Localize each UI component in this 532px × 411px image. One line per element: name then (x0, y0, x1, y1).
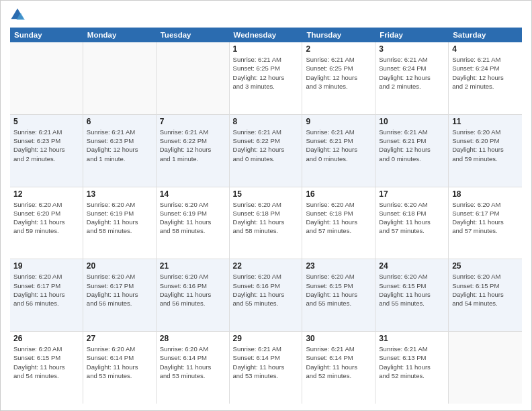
calendar-cell: 27Sunrise: 6:20 AM Sunset: 6:14 PM Dayli… (83, 332, 157, 404)
calendar-cell: 15Sunrise: 6:20 AM Sunset: 6:18 PM Dayli… (230, 187, 303, 259)
header (10, 7, 522, 22)
calendar-body: 1Sunrise: 6:21 AM Sunset: 6:25 PM Daylig… (10, 42, 522, 404)
day-number: 3 (379, 44, 445, 54)
weekday-header: Monday (83, 28, 157, 42)
calendar-cell: 31Sunrise: 6:21 AM Sunset: 6:13 PM Dayli… (375, 332, 449, 404)
calendar-page: SundayMondayTuesdayWednesdayThursdayFrid… (0, 0, 532, 411)
calendar-cell: 5Sunrise: 6:21 AM Sunset: 6:23 PM Daylig… (10, 115, 83, 187)
day-info: Sunrise: 6:21 AM Sunset: 6:21 PM Dayligh… (379, 128, 445, 163)
day-number: 26 (13, 334, 79, 343)
logo-icon (10, 7, 25, 22)
day-number: 20 (87, 261, 152, 271)
calendar-cell: 19Sunrise: 6:20 AM Sunset: 6:17 PM Dayli… (10, 259, 83, 331)
day-number: 29 (233, 334, 299, 343)
day-number: 30 (306, 334, 371, 343)
calendar-cell: 28Sunrise: 6:20 AM Sunset: 6:14 PM Dayli… (157, 332, 230, 404)
day-info: Sunrise: 6:20 AM Sunset: 6:18 PM Dayligh… (306, 200, 371, 236)
calendar-cell: 16Sunrise: 6:20 AM Sunset: 6:18 PM Dayli… (302, 187, 375, 259)
calendar-cell: 9Sunrise: 6:21 AM Sunset: 6:21 PM Daylig… (302, 115, 375, 187)
calendar-cell: 1Sunrise: 6:21 AM Sunset: 6:25 PM Daylig… (230, 42, 303, 114)
day-number: 12 (13, 189, 79, 199)
day-number: 27 (87, 334, 152, 343)
day-info: Sunrise: 6:21 AM Sunset: 6:22 PM Dayligh… (233, 128, 299, 163)
day-info: Sunrise: 6:20 AM Sunset: 6:16 PM Dayligh… (160, 272, 226, 308)
day-number: 1 (233, 44, 299, 54)
day-info: Sunrise: 6:20 AM Sunset: 6:19 PM Dayligh… (87, 200, 152, 236)
calendar-row: 1Sunrise: 6:21 AM Sunset: 6:25 PM Daylig… (10, 42, 522, 115)
day-info: Sunrise: 6:21 AM Sunset: 6:24 PM Dayligh… (452, 55, 519, 91)
weekday-header: Friday (375, 28, 449, 42)
calendar-cell: 4Sunrise: 6:21 AM Sunset: 6:24 PM Daylig… (449, 42, 522, 114)
day-info: Sunrise: 6:20 AM Sunset: 6:14 PM Dayligh… (87, 345, 152, 380)
calendar-cell: 23Sunrise: 6:20 AM Sunset: 6:15 PM Dayli… (302, 259, 375, 331)
calendar-cell: 25Sunrise: 6:20 AM Sunset: 6:15 PM Dayli… (449, 259, 522, 331)
day-info: Sunrise: 6:20 AM Sunset: 6:20 PM Dayligh… (452, 128, 519, 163)
calendar-cell: 18Sunrise: 6:20 AM Sunset: 6:17 PM Dayli… (449, 187, 522, 259)
day-info: Sunrise: 6:20 AM Sunset: 6:15 PM Dayligh… (13, 345, 79, 380)
day-number: 11 (452, 117, 519, 126)
day-info: Sunrise: 6:21 AM Sunset: 6:25 PM Dayligh… (233, 55, 299, 91)
day-number: 17 (379, 189, 445, 199)
day-number: 7 (160, 117, 226, 126)
calendar-cell: 11Sunrise: 6:20 AM Sunset: 6:20 PM Dayli… (449, 115, 522, 187)
day-number: 31 (379, 334, 445, 343)
calendar-cell: 7Sunrise: 6:21 AM Sunset: 6:22 PM Daylig… (157, 115, 230, 187)
day-info: Sunrise: 6:20 AM Sunset: 6:16 PM Dayligh… (233, 272, 299, 308)
day-info: Sunrise: 6:21 AM Sunset: 6:25 PM Dayligh… (306, 55, 371, 91)
calendar-cell: 30Sunrise: 6:21 AM Sunset: 6:14 PM Dayli… (302, 332, 375, 404)
weekday-header: Saturday (449, 28, 522, 42)
day-number: 8 (233, 117, 299, 126)
day-info: Sunrise: 6:21 AM Sunset: 6:14 PM Dayligh… (233, 345, 299, 380)
calendar-cell: 2Sunrise: 6:21 AM Sunset: 6:25 PM Daylig… (302, 42, 375, 114)
day-info: Sunrise: 6:20 AM Sunset: 6:17 PM Dayligh… (87, 272, 152, 308)
day-number: 18 (452, 189, 519, 199)
day-number: 28 (160, 334, 226, 343)
calendar-cell: 21Sunrise: 6:20 AM Sunset: 6:16 PM Dayli… (157, 259, 230, 331)
calendar-row: 5Sunrise: 6:21 AM Sunset: 6:23 PM Daylig… (10, 115, 522, 187)
day-info: Sunrise: 6:21 AM Sunset: 6:21 PM Dayligh… (306, 128, 371, 163)
calendar-row: 26Sunrise: 6:20 AM Sunset: 6:15 PM Dayli… (10, 332, 522, 404)
calendar-cell (83, 42, 157, 114)
day-number: 25 (452, 261, 519, 271)
day-number: 10 (379, 117, 445, 126)
day-info: Sunrise: 6:21 AM Sunset: 6:22 PM Dayligh… (160, 128, 226, 163)
day-number: 16 (306, 189, 371, 199)
calendar-cell: 3Sunrise: 6:21 AM Sunset: 6:24 PM Daylig… (375, 42, 449, 114)
weekday-header: Tuesday (157, 28, 230, 42)
day-number: 13 (87, 189, 152, 199)
logo (10, 7, 28, 22)
day-number: 21 (160, 261, 226, 271)
day-number: 9 (306, 117, 371, 126)
day-number: 2 (306, 44, 371, 54)
calendar-cell: 26Sunrise: 6:20 AM Sunset: 6:15 PM Dayli… (10, 332, 83, 404)
calendar-row: 12Sunrise: 6:20 AM Sunset: 6:20 PM Dayli… (10, 187, 522, 260)
calendar-cell (157, 42, 230, 114)
calendar-cell: 29Sunrise: 6:21 AM Sunset: 6:14 PM Dayli… (230, 332, 303, 404)
day-info: Sunrise: 6:21 AM Sunset: 6:14 PM Dayligh… (306, 345, 371, 380)
calendar-header: SundayMondayTuesdayWednesdayThursdayFrid… (10, 28, 522, 42)
day-info: Sunrise: 6:21 AM Sunset: 6:23 PM Dayligh… (87, 128, 152, 163)
day-number: 5 (13, 117, 79, 126)
calendar-cell (10, 42, 83, 114)
calendar: SundayMondayTuesdayWednesdayThursdayFrid… (10, 28, 522, 404)
day-number: 22 (233, 261, 299, 271)
day-number: 23 (306, 261, 371, 271)
calendar-cell: 24Sunrise: 6:20 AM Sunset: 6:15 PM Dayli… (375, 259, 449, 331)
calendar-cell: 20Sunrise: 6:20 AM Sunset: 6:17 PM Dayli… (83, 259, 157, 331)
day-info: Sunrise: 6:20 AM Sunset: 6:15 PM Dayligh… (306, 272, 371, 308)
calendar-cell: 8Sunrise: 6:21 AM Sunset: 6:22 PM Daylig… (230, 115, 303, 187)
day-number: 15 (233, 189, 299, 199)
day-number: 4 (452, 44, 519, 54)
day-info: Sunrise: 6:20 AM Sunset: 6:15 PM Dayligh… (452, 272, 519, 308)
day-info: Sunrise: 6:20 AM Sunset: 6:17 PM Dayligh… (13, 272, 79, 308)
calendar-cell: 13Sunrise: 6:20 AM Sunset: 6:19 PM Dayli… (83, 187, 157, 259)
day-info: Sunrise: 6:20 AM Sunset: 6:18 PM Dayligh… (379, 200, 445, 236)
calendar-cell: 17Sunrise: 6:20 AM Sunset: 6:18 PM Dayli… (375, 187, 449, 259)
calendar-cell: 22Sunrise: 6:20 AM Sunset: 6:16 PM Dayli… (230, 259, 303, 331)
day-info: Sunrise: 6:21 AM Sunset: 6:23 PM Dayligh… (13, 128, 79, 163)
calendar-row: 19Sunrise: 6:20 AM Sunset: 6:17 PM Dayli… (10, 259, 522, 332)
day-info: Sunrise: 6:21 AM Sunset: 6:13 PM Dayligh… (379, 345, 445, 380)
calendar-cell: 12Sunrise: 6:20 AM Sunset: 6:20 PM Dayli… (10, 187, 83, 259)
day-info: Sunrise: 6:20 AM Sunset: 6:14 PM Dayligh… (160, 345, 226, 380)
day-number: 24 (379, 261, 445, 271)
